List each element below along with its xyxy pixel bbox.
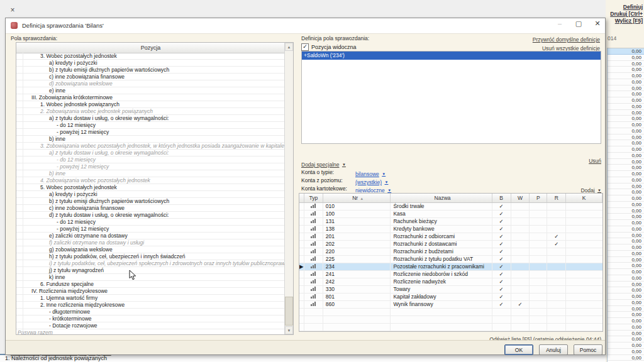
account-row[interactable]: 241Rozliczenie niedoborów i szkód✓ — [299, 271, 602, 278]
position-row[interactable]: e) zaliczki otrzymane na dostawy — [16, 233, 285, 239]
position-row[interactable]: d) zobowiązania wekslowe — [16, 80, 285, 87]
wylicz-link[interactable]: Wylicz [F5] — [610, 18, 643, 25]
account-row[interactable]: 220Rozrachunki z budżetami✓ — [299, 248, 602, 256]
amount-row: 0,00 — [608, 331, 644, 337]
position-row[interactable]: - krótkoterminowe — [16, 315, 285, 322]
position-row[interactable]: 5. Wobec pozostałych jednostek — [16, 184, 285, 191]
position-row[interactable]: - powyżej 12 miesięcy — [16, 129, 285, 136]
check-k — [566, 256, 602, 263]
minimize-icon: – — [555, 19, 565, 28]
position-row[interactable]: 3. Zobowiązania wobec pozostałych jednos… — [16, 143, 285, 150]
position-row[interactable]: 1. Wobec jednostek powiązanych — [16, 101, 285, 108]
add-account-dropdown-icon[interactable]: ▼ — [597, 189, 601, 192]
filter-card-dropdown-icon[interactable]: ▼ — [387, 189, 391, 192]
help-button[interactable]: Pomoc — [574, 344, 602, 355]
amount-row: 0,00 — [608, 79, 644, 85]
position-row[interactable]: a) z tytułu dostaw i usług, o okresie wy… — [16, 115, 285, 122]
remove-formula-link[interactable]: Usuń — [589, 158, 601, 169]
position-row[interactable]: - do 12 miesięcy — [16, 122, 285, 129]
account-number: 234 — [323, 263, 391, 270]
position-row[interactable]: 2. Zobowiązania wobec jednostek powiązan… — [16, 108, 285, 115]
position-row[interactable]: e) inne — [16, 87, 285, 94]
column-k[interactable]: K — [566, 194, 602, 202]
column-b[interactable]: B — [492, 194, 511, 202]
amount-row: 0,00 — [608, 263, 644, 269]
position-row[interactable]: g) zobowiązania wekslowe — [16, 246, 285, 253]
drukuj-link[interactable]: Drukuj [Ctrl+ — [610, 11, 643, 18]
position-row[interactable]: k) inne — [16, 274, 285, 281]
position-row[interactable]: b) z tytułu emisji dłużnych papierów war… — [16, 67, 285, 74]
account-type-icon — [304, 218, 323, 225]
position-row[interactable]: III. Zobowiązania krótkoterminowe — [16, 94, 285, 101]
check-r — [547, 286, 566, 293]
position-row[interactable]: - do 12 miesięcy — [16, 219, 285, 226]
account-row[interactable]: ▶234Pozostałe rozrachunki z pracownikami… — [299, 263, 602, 271]
column-nazwa[interactable]: Nazwa — [391, 194, 492, 202]
check-r — [547, 256, 566, 263]
position-row[interactable]: h) z tytułu podatków, ceł, ubezpieczeń i… — [16, 253, 285, 260]
add-special-dropdown-icon[interactable]: ▼ — [342, 163, 346, 167]
position-row[interactable]: d) z tytułu dostaw i usług, o okresie wy… — [16, 212, 285, 219]
position-row[interactable]: IV. Rozliczenia międzyokresowe — [16, 288, 285, 295]
position-row[interactable]: - powyżej 12 miesięcy — [16, 226, 285, 233]
filter-type-label: Konta o typie: — [301, 168, 334, 177]
account-row[interactable]: 242Rozliczenie nadwyżek✓ — [299, 278, 602, 286]
restore-defaults-link[interactable]: Przywróć domyślne definicje — [533, 36, 600, 43]
scroll-down-icon[interactable]: ▼ — [285, 326, 293, 334]
position-row[interactable]: Pasywa razem — [16, 329, 285, 334]
position-row[interactable]: - powyżej 12 miesięcy — [16, 163, 285, 170]
account-row[interactable]: 225Rozrachunki z tytułu podatku VAT✓ — [299, 256, 602, 263]
close-icon[interactable]: ✕ — [592, 19, 602, 28]
definiuj-link[interactable]: Definiuj — [610, 4, 643, 11]
account-row[interactable]: 010Środki trwałe✓ — [299, 203, 602, 211]
account-row[interactable]: 801Kapitał zakładowy✓ — [299, 293, 602, 301]
position-row[interactable]: f) zaliczki otrzymane na dostawy i usług… — [16, 239, 285, 246]
check-k — [566, 233, 602, 240]
position-row[interactable]: j) z tytułu wynagrodzeń — [16, 267, 285, 274]
position-row[interactable]: 6. Fundusze specjalne — [16, 281, 285, 288]
position-row[interactable]: 3. Wobec pozostałych jednostek — [16, 53, 285, 60]
column-p[interactable]: P — [530, 194, 547, 202]
position-row[interactable]: - do 12 miesięcy — [16, 156, 285, 163]
visible-checkbox[interactable]: ✓ — [301, 43, 309, 51]
position-row[interactable]: - Dotacje rozwojowe — [16, 322, 285, 329]
position-row[interactable]: b) inne — [16, 136, 285, 143]
column-w[interactable]: W — [511, 194, 530, 202]
tab-close-icon[interactable]: × — [8, 5, 18, 15]
account-row[interactable]: 131Rachunek bieżący✓ — [299, 218, 602, 226]
position-row[interactable]: 4. Zobowiązania wobec pozostałych jednos… — [16, 177, 285, 184]
account-row[interactable]: 201Rozrachunki z odbiorcami✓✓ — [299, 233, 602, 241]
account-row[interactable]: 202Rozrachunki z dostawcami✓✓ — [299, 241, 602, 248]
position-row[interactable]: a) z tytułu dostaw i usług, o okresie wy… — [16, 150, 285, 156]
formula-selected-row[interactable]: +SaldoWn ('234') — [302, 52, 601, 60]
amount-row: 0,00 — [608, 146, 644, 153]
ok-button[interactable]: OK — [504, 344, 533, 355]
check-k — [566, 203, 602, 210]
account-row[interactable]: 100Kasa✓ — [299, 211, 602, 218]
maximize-icon[interactable]: ▢ — [574, 19, 584, 28]
add-special-link[interactable]: Dodaj specjalne — [301, 162, 339, 168]
position-row[interactable]: a) kredyty i pożyczki — [16, 60, 285, 67]
position-row[interactable]: 1. Ujemna wartość firmy — [16, 295, 285, 302]
column-r[interactable]: R — [547, 194, 566, 202]
scroll-thumb[interactable] — [285, 297, 293, 326]
position-row[interactable]: b) z tytułu emisji dłużnych papierów war… — [16, 198, 285, 205]
list-scrollbar[interactable]: ▲ ▼ — [284, 43, 293, 334]
position-row[interactable]: b) inne — [16, 170, 285, 177]
account-row[interactable]: 860Wynik finansowy✓✓ — [299, 301, 602, 309]
position-row[interactable]: c) inne zobowiązania finansowe — [16, 74, 285, 80]
account-row[interactable]: 330Towary✓ — [299, 286, 602, 293]
check-p — [530, 293, 547, 300]
cancel-button[interactable]: Anuluj — [539, 344, 568, 355]
position-row[interactable]: i) z tytułu podatków, ceł, ubezpieczeń s… — [16, 260, 285, 267]
account-row[interactable]: 138Kredyty bankowe✓ — [299, 226, 602, 233]
position-row[interactable]: c) inne zobowiązania finansowe — [16, 205, 285, 212]
position-row[interactable]: - długoterminowe — [16, 309, 285, 315]
amount-row: 0,00 — [608, 244, 644, 251]
position-column-header[interactable]: Pozycja — [16, 43, 285, 53]
scroll-up-icon[interactable]: ▲ — [285, 43, 293, 51]
position-row[interactable]: a) kredyty i pożyczki — [16, 191, 285, 198]
column-nr[interactable]: Nr▲ — [323, 194, 391, 202]
position-row[interactable]: 2. Inne rozliczenia międzyokresowe — [16, 302, 285, 309]
column-typ[interactable]: Typ — [304, 194, 323, 202]
